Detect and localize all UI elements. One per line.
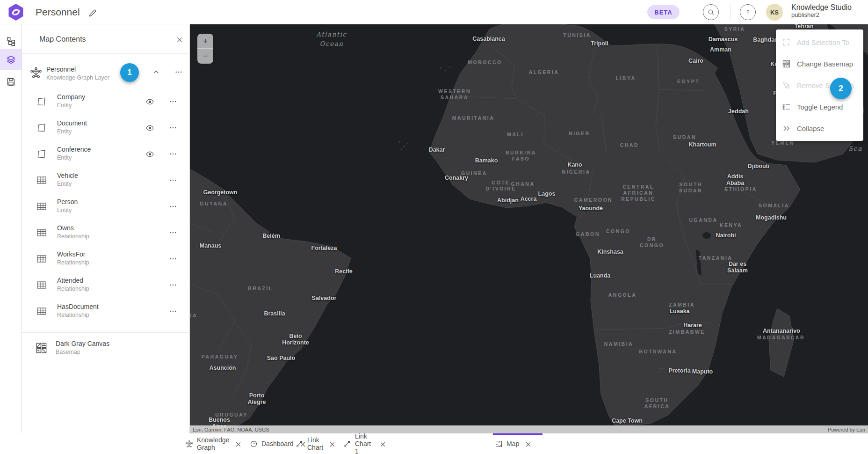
- help-button[interactable]: ?: [740, 4, 756, 20]
- layer-visibility-eye-icon[interactable]: [145, 124, 154, 132]
- menu-item-toggle-legend[interactable]: Toggle Legend: [776, 96, 863, 117]
- layer-options-kebab-icon[interactable]: [169, 150, 177, 158]
- menu-item-collapse[interactable]: Collapse: [776, 117, 863, 139]
- rail-layers-button[interactable]: [0, 49, 22, 70]
- legend-icon: [782, 103, 791, 111]
- layer-options-kebab-icon[interactable]: [169, 176, 177, 184]
- layer-options-kebab-icon[interactable]: [169, 307, 177, 315]
- tab-dashboard[interactable]: Dashboard: [248, 433, 290, 454]
- layer-name: Company: [57, 93, 85, 101]
- beta-badge: BETA: [647, 5, 680, 19]
- layer-type: Entity: [57, 102, 85, 109]
- layer-options-kebab-icon[interactable]: [169, 255, 177, 263]
- tab-link-chart-1[interactable]: Link Chart 1: [341, 433, 387, 454]
- group-options-kebab-icon[interactable]: [174, 68, 183, 76]
- layer-name: Document: [57, 119, 87, 127]
- panel-divider: [22, 362, 190, 362]
- menu-item-add-selection-to: Add Selection To: [776, 31, 863, 53]
- layer-row-document[interactable]: DocumentEntity: [22, 115, 190, 141]
- layer-type: Entity: [57, 181, 78, 187]
- layer-name: WorksFor: [57, 250, 89, 258]
- left-rail: [0, 24, 22, 454]
- layer-row-person[interactable]: PersonEntity: [22, 194, 190, 220]
- tab-knowledge-graph[interactable]: Knowledge Graph: [183, 433, 240, 454]
- basemap-icon: [782, 59, 791, 68]
- tab-close-icon[interactable]: [379, 440, 385, 447]
- knowledge-studio-logo-icon: [7, 3, 25, 22]
- attribution-sources: Esri, Garmin, FAO, NOAA, USGS: [193, 427, 269, 432]
- layer-row-company[interactable]: CompanyEntity: [22, 89, 190, 115]
- page-title: Personnel: [36, 7, 80, 18]
- user-block[interactable]: Knowledge Studio publisher2: [791, 3, 852, 19]
- layer-name: Person: [57, 198, 78, 205]
- layer-name: Vehicle: [57, 172, 78, 179]
- tab-map[interactable]: Map: [493, 433, 542, 454]
- table-icon: [36, 175, 47, 186]
- basemap-title: Dark Gray Canvas: [56, 340, 109, 347]
- layer-row-attended[interactable]: AttendedRelationship: [22, 272, 190, 299]
- rail-save-button[interactable]: [0, 71, 22, 92]
- panel-close-icon[interactable]: [175, 36, 184, 44]
- svg-text:?: ?: [746, 9, 750, 15]
- step-badge-1: 1: [120, 63, 139, 82]
- layer-name: Owns: [57, 224, 89, 232]
- layer-row-owns[interactable]: OwnsRelationship: [22, 220, 190, 246]
- layer-row-hasdocument[interactable]: HasDocumentRelationship: [22, 299, 190, 325]
- map-attribution: Esri, Garmin, FAO, NOAA, USGS Powered by…: [190, 425, 868, 433]
- help-icon: ?: [743, 7, 752, 17]
- map-canvas[interactable]: TUNISIASYRIAMOROCCOALGERIALIBYAEGYPTWEST…: [190, 21, 868, 433]
- layer-type: Entity: [57, 207, 78, 213]
- menu-item-label: Collapse: [797, 124, 824, 132]
- layer-options-kebab-icon[interactable]: [169, 202, 177, 211]
- layer-visibility-eye-icon[interactable]: [145, 97, 154, 106]
- edit-title-pencil-icon[interactable]: [88, 8, 97, 18]
- layer-options-kebab-icon[interactable]: [169, 124, 177, 132]
- layer-type: Entity: [57, 128, 87, 135]
- tab-close-icon[interactable]: [328, 440, 335, 447]
- polygon-entity-icon: [36, 96, 47, 107]
- menu-item-change-basemap[interactable]: Change Basemap: [776, 53, 863, 74]
- map-zoom-control[interactable]: + −: [197, 34, 213, 64]
- table-icon: [36, 253, 47, 264]
- basemap-land: [190, 21, 868, 433]
- layer-row-vehicle[interactable]: VehicleEntity: [22, 168, 190, 194]
- remove-selection-icon: [782, 81, 791, 90]
- panel-divider: [22, 53, 190, 54]
- step-badge-2: 2: [830, 78, 852, 99]
- tab-link-chart[interactable]: Link Chart: [294, 433, 337, 454]
- data-model-icon: [6, 37, 16, 46]
- layer-type: Relationship: [57, 286, 89, 292]
- layer-options-kebab-icon[interactable]: [169, 281, 177, 289]
- save-icon: [6, 77, 16, 87]
- basemap-subtitle: Basemap: [56, 349, 109, 355]
- layer-type: Entity: [57, 154, 91, 161]
- tab-label: Dashboard: [261, 440, 294, 447]
- collapse-icon: [782, 124, 791, 133]
- layer-row-worksfor[interactable]: WorksForRelationship: [22, 246, 190, 272]
- group-subtitle: Knowledge Graph Layer: [46, 74, 109, 81]
- knowledge-graph-layer-icon: [30, 66, 42, 79]
- basemap-icon: [35, 342, 48, 354]
- layers-icon: [6, 55, 16, 65]
- layer-group-personnel[interactable]: Personnel Knowledge Graph Layer: [22, 61, 190, 87]
- search-button[interactable]: [703, 4, 719, 20]
- table-icon: [36, 279, 47, 291]
- zoom-in-button[interactable]: +: [197, 34, 213, 49]
- layer-type: Relationship: [57, 259, 89, 266]
- layer-type: Relationship: [57, 312, 99, 318]
- user-avatar[interactable]: KS: [766, 4, 783, 21]
- layer-visibility-eye-icon[interactable]: [145, 150, 154, 159]
- basemap-row[interactable]: Dark Gray Canvas Basemap: [22, 335, 190, 361]
- layer-options-kebab-icon[interactable]: [169, 97, 177, 106]
- group-collapse-chevron-icon[interactable]: [152, 68, 160, 76]
- tab-close-icon[interactable]: [524, 440, 531, 447]
- group-title: Personnel: [46, 66, 109, 73]
- tab-close-icon[interactable]: [234, 440, 241, 447]
- tab-label: Map: [506, 440, 519, 447]
- layer-row-conference[interactable]: ConferenceEntity: [22, 141, 190, 168]
- tab-label: Link Chart 1: [355, 432, 374, 454]
- menu-item-label: Change Basemap: [797, 60, 853, 68]
- layer-options-kebab-icon[interactable]: [169, 228, 177, 237]
- zoom-out-button[interactable]: −: [197, 49, 213, 64]
- add-selection-icon: [782, 38, 791, 47]
